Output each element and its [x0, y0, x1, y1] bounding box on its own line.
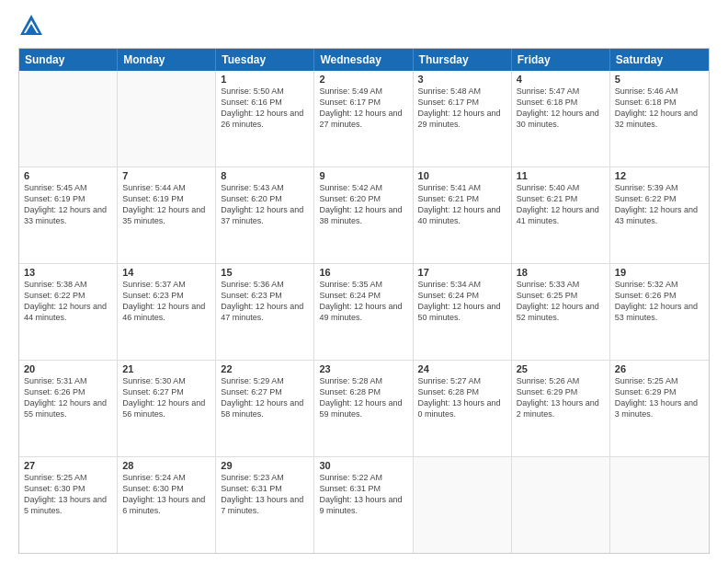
- calendar-cell: 1Sunrise: 5:50 AM Sunset: 6:16 PM Daylig…: [216, 71, 314, 167]
- calendar: SundayMondayTuesdayWednesdayThursdayFrid…: [18, 48, 710, 554]
- day-number: 30: [319, 460, 407, 471]
- day-info: Sunrise: 5:36 AM Sunset: 6:23 PM Dayligh…: [221, 279, 309, 324]
- calendar-cell: 6Sunrise: 5:45 AM Sunset: 6:19 PM Daylig…: [19, 167, 118, 263]
- day-number: 3: [418, 74, 506, 85]
- day-info: Sunrise: 5:37 AM Sunset: 6:23 PM Dayligh…: [122, 279, 210, 324]
- day-info: Sunrise: 5:45 AM Sunset: 6:19 PM Dayligh…: [24, 182, 112, 227]
- day-number: 16: [319, 267, 407, 278]
- calendar-cell: 3Sunrise: 5:48 AM Sunset: 6:17 PM Daylig…: [414, 71, 512, 167]
- calendar-cell: 8Sunrise: 5:43 AM Sunset: 6:20 PM Daylig…: [216, 167, 314, 263]
- calendar-cell: 24Sunrise: 5:27 AM Sunset: 6:28 PM Dayli…: [414, 361, 512, 456]
- day-info: Sunrise: 5:47 AM Sunset: 6:18 PM Dayligh…: [517, 86, 605, 131]
- calendar-cell: 11Sunrise: 5:40 AM Sunset: 6:21 PM Dayli…: [512, 167, 610, 263]
- header-day-monday: Monday: [118, 49, 216, 71]
- day-info: Sunrise: 5:28 AM Sunset: 6:28 PM Dayligh…: [319, 375, 407, 420]
- day-number: 12: [615, 170, 704, 181]
- calendar-cell: [414, 457, 512, 553]
- day-info: Sunrise: 5:49 AM Sunset: 6:17 PM Dayligh…: [319, 86, 407, 131]
- header: [18, 17, 710, 39]
- calendar-cell: [512, 457, 610, 553]
- page: SundayMondayTuesdayWednesdayThursdayFrid…: [0, 0, 728, 563]
- logo-icon: [18, 13, 44, 39]
- day-info: Sunrise: 5:33 AM Sunset: 6:25 PM Dayligh…: [517, 279, 605, 324]
- calendar-cell: 14Sunrise: 5:37 AM Sunset: 6:23 PM Dayli…: [118, 264, 216, 360]
- calendar-cell: 5Sunrise: 5:46 AM Sunset: 6:18 PM Daylig…: [610, 71, 709, 167]
- calendar-cell: 28Sunrise: 5:24 AM Sunset: 6:30 PM Dayli…: [118, 457, 216, 553]
- header-day-thursday: Thursday: [414, 49, 512, 71]
- calendar-row-3: 13Sunrise: 5:38 AM Sunset: 6:22 PM Dayli…: [19, 264, 709, 361]
- day-info: Sunrise: 5:31 AM Sunset: 6:26 PM Dayligh…: [24, 375, 112, 420]
- day-info: Sunrise: 5:43 AM Sunset: 6:20 PM Dayligh…: [221, 182, 309, 227]
- calendar-cell: 23Sunrise: 5:28 AM Sunset: 6:28 PM Dayli…: [314, 361, 413, 456]
- calendar-cell: 7Sunrise: 5:44 AM Sunset: 6:19 PM Daylig…: [118, 167, 216, 263]
- day-number: 11: [517, 170, 605, 181]
- calendar-cell: 27Sunrise: 5:25 AM Sunset: 6:30 PM Dayli…: [19, 457, 118, 553]
- day-info: Sunrise: 5:39 AM Sunset: 6:22 PM Dayligh…: [615, 182, 704, 227]
- header-day-tuesday: Tuesday: [216, 49, 314, 71]
- calendar-row-1: 1Sunrise: 5:50 AM Sunset: 6:16 PM Daylig…: [19, 71, 709, 167]
- calendar-cell: 25Sunrise: 5:26 AM Sunset: 6:29 PM Dayli…: [512, 361, 610, 456]
- day-number: 20: [24, 363, 112, 374]
- day-number: 1: [221, 74, 309, 85]
- day-info: Sunrise: 5:25 AM Sunset: 6:30 PM Dayligh…: [24, 472, 112, 517]
- day-info: Sunrise: 5:24 AM Sunset: 6:30 PM Dayligh…: [122, 472, 210, 517]
- day-number: 5: [615, 74, 704, 85]
- day-info: Sunrise: 5:38 AM Sunset: 6:22 PM Dayligh…: [24, 279, 112, 324]
- header-day-wednesday: Wednesday: [314, 49, 413, 71]
- calendar-cell: 2Sunrise: 5:49 AM Sunset: 6:17 PM Daylig…: [314, 71, 413, 167]
- day-info: Sunrise: 5:35 AM Sunset: 6:24 PM Dayligh…: [319, 279, 407, 324]
- calendar-cell: 22Sunrise: 5:29 AM Sunset: 6:27 PM Dayli…: [216, 361, 314, 456]
- day-number: 27: [24, 460, 112, 471]
- header-day-friday: Friday: [512, 49, 610, 71]
- day-number: 25: [517, 363, 605, 374]
- calendar-row-2: 6Sunrise: 5:45 AM Sunset: 6:19 PM Daylig…: [19, 167, 709, 264]
- day-number: 14: [122, 267, 210, 278]
- day-number: 29: [221, 460, 309, 471]
- day-info: Sunrise: 5:22 AM Sunset: 6:31 PM Dayligh…: [319, 472, 407, 517]
- calendar-cell: 15Sunrise: 5:36 AM Sunset: 6:23 PM Dayli…: [216, 264, 314, 360]
- day-number: 23: [319, 363, 407, 374]
- calendar-cell: 18Sunrise: 5:33 AM Sunset: 6:25 PM Dayli…: [512, 264, 610, 360]
- calendar-row-5: 27Sunrise: 5:25 AM Sunset: 6:30 PM Dayli…: [19, 457, 709, 553]
- day-number: 22: [221, 363, 309, 374]
- calendar-cell: 19Sunrise: 5:32 AM Sunset: 6:26 PM Dayli…: [610, 264, 709, 360]
- day-info: Sunrise: 5:50 AM Sunset: 6:16 PM Dayligh…: [221, 86, 309, 131]
- day-number: 8: [221, 170, 309, 181]
- day-number: 2: [319, 74, 407, 85]
- day-info: Sunrise: 5:25 AM Sunset: 6:29 PM Dayligh…: [615, 375, 704, 420]
- day-number: 18: [517, 267, 605, 278]
- header-day-sunday: Sunday: [19, 49, 118, 71]
- calendar-cell: 21Sunrise: 5:30 AM Sunset: 6:27 PM Dayli…: [118, 361, 216, 456]
- day-number: 7: [122, 170, 210, 181]
- day-info: Sunrise: 5:41 AM Sunset: 6:21 PM Dayligh…: [418, 182, 506, 227]
- day-info: Sunrise: 5:44 AM Sunset: 6:19 PM Dayligh…: [122, 182, 210, 227]
- calendar-cell: 12Sunrise: 5:39 AM Sunset: 6:22 PM Dayli…: [610, 167, 709, 263]
- day-info: Sunrise: 5:42 AM Sunset: 6:20 PM Dayligh…: [319, 182, 407, 227]
- header-day-saturday: Saturday: [610, 49, 709, 71]
- logo: [18, 17, 46, 39]
- calendar-cell: 30Sunrise: 5:22 AM Sunset: 6:31 PM Dayli…: [314, 457, 413, 553]
- day-number: 26: [615, 363, 704, 374]
- day-info: Sunrise: 5:40 AM Sunset: 6:21 PM Dayligh…: [517, 182, 605, 227]
- calendar-cell: 10Sunrise: 5:41 AM Sunset: 6:21 PM Dayli…: [414, 167, 512, 263]
- calendar-cell: 29Sunrise: 5:23 AM Sunset: 6:31 PM Dayli…: [216, 457, 314, 553]
- calendar-cell: 20Sunrise: 5:31 AM Sunset: 6:26 PM Dayli…: [19, 361, 118, 456]
- day-number: 4: [517, 74, 605, 85]
- calendar-cell: 16Sunrise: 5:35 AM Sunset: 6:24 PM Dayli…: [314, 264, 413, 360]
- day-number: 10: [418, 170, 506, 181]
- calendar-cell: 9Sunrise: 5:42 AM Sunset: 6:20 PM Daylig…: [314, 167, 413, 263]
- day-info: Sunrise: 5:46 AM Sunset: 6:18 PM Dayligh…: [615, 86, 704, 131]
- day-info: Sunrise: 5:29 AM Sunset: 6:27 PM Dayligh…: [221, 375, 309, 420]
- day-number: 24: [418, 363, 506, 374]
- day-number: 9: [319, 170, 407, 181]
- day-number: 15: [221, 267, 309, 278]
- day-info: Sunrise: 5:30 AM Sunset: 6:27 PM Dayligh…: [122, 375, 210, 420]
- day-info: Sunrise: 5:26 AM Sunset: 6:29 PM Dayligh…: [517, 375, 605, 420]
- day-number: 6: [24, 170, 112, 181]
- day-number: 17: [418, 267, 506, 278]
- day-info: Sunrise: 5:34 AM Sunset: 6:24 PM Dayligh…: [418, 279, 506, 324]
- day-info: Sunrise: 5:23 AM Sunset: 6:31 PM Dayligh…: [221, 472, 309, 517]
- calendar-cell: [19, 71, 118, 167]
- day-number: 28: [122, 460, 210, 471]
- day-number: 13: [24, 267, 112, 278]
